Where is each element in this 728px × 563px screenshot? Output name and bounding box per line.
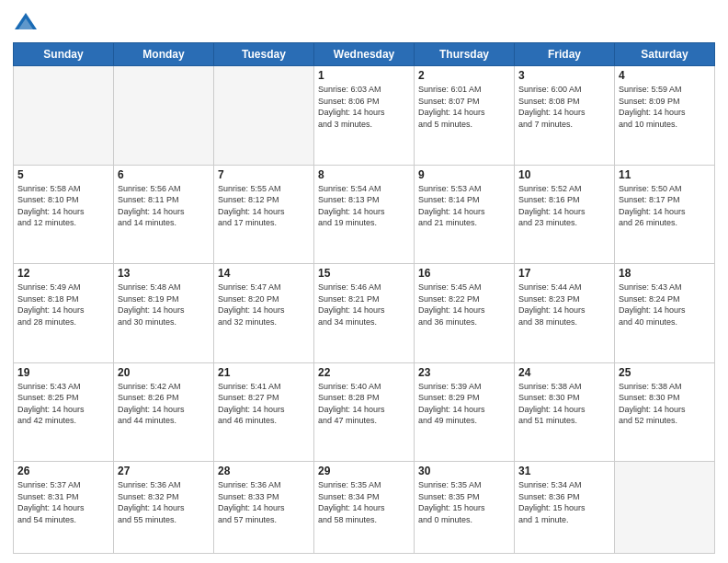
day-number: 29 [318,465,410,477]
day-number: 30 [418,465,510,477]
calendar-cell [214,66,314,166]
calendar-cell: 9Sunrise: 5:53 AM Sunset: 8:14 PM Daylig… [415,165,515,264]
calendar-cell: 26Sunrise: 5:37 AM Sunset: 8:31 PM Dayli… [14,462,114,554]
day-number: 9 [418,168,510,181]
day-number: 27 [118,465,210,477]
day-info: Sunrise: 5:35 AM Sunset: 8:34 PM Dayligh… [318,479,410,525]
weekday-header-row: SundayMondayTuesdayWednesdayThursdayFrid… [14,43,715,66]
calendar-cell: 13Sunrise: 5:48 AM Sunset: 8:19 PM Dayli… [114,264,214,363]
day-number: 22 [318,366,410,379]
calendar-cell: 12Sunrise: 5:49 AM Sunset: 8:18 PM Dayli… [14,264,114,363]
weekday-header-friday: Friday [515,43,615,66]
day-number: 10 [518,168,610,181]
calendar-cell: 21Sunrise: 5:41 AM Sunset: 8:27 PM Dayli… [214,362,314,462]
day-number: 6 [118,168,210,181]
calendar-cell: 6Sunrise: 5:56 AM Sunset: 8:11 PM Daylig… [114,165,214,264]
calendar-cell: 17Sunrise: 5:44 AM Sunset: 8:23 PM Dayli… [515,264,615,363]
calendar-cell: 1Sunrise: 6:03 AM Sunset: 8:06 PM Daylig… [314,66,415,166]
day-info: Sunrise: 5:47 AM Sunset: 8:20 PM Dayligh… [218,282,310,327]
day-number: 19 [17,366,109,379]
day-number: 5 [17,168,109,181]
calendar-cell: 20Sunrise: 5:42 AM Sunset: 8:26 PM Dayli… [114,362,214,462]
calendar-cell [615,462,715,554]
calendar-cell: 4Sunrise: 5:59 AM Sunset: 8:09 PM Daylig… [615,66,715,166]
day-number: 14 [218,267,310,280]
day-info: Sunrise: 5:37 AM Sunset: 8:31 PM Dayligh… [17,479,109,525]
calendar-cell: 5Sunrise: 5:58 AM Sunset: 8:10 PM Daylig… [14,165,114,264]
calendar-cell: 30Sunrise: 5:35 AM Sunset: 8:35 PM Dayli… [415,462,515,554]
day-info: Sunrise: 5:35 AM Sunset: 8:35 PM Dayligh… [418,479,510,525]
day-info: Sunrise: 5:38 AM Sunset: 8:30 PM Dayligh… [619,381,711,427]
day-info: Sunrise: 5:38 AM Sunset: 8:30 PM Dayligh… [518,381,610,427]
day-info: Sunrise: 5:39 AM Sunset: 8:29 PM Dayligh… [418,381,510,427]
day-info: Sunrise: 6:03 AM Sunset: 8:06 PM Dayligh… [318,84,410,130]
day-number: 8 [318,168,410,181]
week-row-3: 12Sunrise: 5:49 AM Sunset: 8:18 PM Dayli… [14,264,715,363]
day-number: 7 [218,168,310,181]
calendar-cell: 29Sunrise: 5:35 AM Sunset: 8:34 PM Dayli… [314,462,415,554]
calendar-cell: 10Sunrise: 5:52 AM Sunset: 8:16 PM Dayli… [515,165,615,264]
calendar-cell: 25Sunrise: 5:38 AM Sunset: 8:30 PM Dayli… [615,362,715,462]
day-number: 21 [218,366,310,379]
day-number: 23 [418,366,510,379]
calendar-cell: 28Sunrise: 5:36 AM Sunset: 8:33 PM Dayli… [214,462,314,554]
day-number: 25 [619,366,711,379]
day-info: Sunrise: 5:36 AM Sunset: 8:33 PM Dayligh… [218,479,310,525]
calendar-cell [114,66,214,166]
day-number: 11 [619,168,711,181]
day-info: Sunrise: 5:56 AM Sunset: 8:11 PM Dayligh… [118,183,210,229]
calendar-table: SundayMondayTuesdayWednesdayThursdayFrid… [13,42,715,554]
calendar-cell: 22Sunrise: 5:40 AM Sunset: 8:28 PM Dayli… [314,362,415,462]
day-info: Sunrise: 5:45 AM Sunset: 8:22 PM Dayligh… [418,282,510,327]
day-info: Sunrise: 5:48 AM Sunset: 8:19 PM Dayligh… [118,282,210,327]
week-row-1: 1Sunrise: 6:03 AM Sunset: 8:06 PM Daylig… [14,66,715,166]
day-number: 3 [518,69,610,82]
day-number: 20 [118,366,210,379]
day-number: 26 [17,465,109,477]
calendar-cell: 11Sunrise: 5:50 AM Sunset: 8:17 PM Dayli… [615,165,715,264]
weekday-header-saturday: Saturday [615,43,715,66]
calendar-cell: 19Sunrise: 5:43 AM Sunset: 8:25 PM Dayli… [14,362,114,462]
week-row-2: 5Sunrise: 5:58 AM Sunset: 8:10 PM Daylig… [14,165,715,264]
calendar-cell: 14Sunrise: 5:47 AM Sunset: 8:20 PM Dayli… [214,264,314,363]
calendar-cell: 24Sunrise: 5:38 AM Sunset: 8:30 PM Dayli… [515,362,615,462]
day-info: Sunrise: 5:34 AM Sunset: 8:36 PM Dayligh… [518,479,610,525]
day-info: Sunrise: 6:01 AM Sunset: 8:07 PM Dayligh… [418,84,510,130]
calendar-cell: 18Sunrise: 5:43 AM Sunset: 8:24 PM Dayli… [615,264,715,363]
day-info: Sunrise: 5:43 AM Sunset: 8:25 PM Dayligh… [17,381,109,427]
day-number: 1 [318,69,410,82]
day-info: Sunrise: 5:59 AM Sunset: 8:09 PM Dayligh… [619,84,711,130]
calendar-cell: 3Sunrise: 6:00 AM Sunset: 8:08 PM Daylig… [515,66,615,166]
day-info: Sunrise: 5:49 AM Sunset: 8:18 PM Dayligh… [17,282,109,327]
day-number: 24 [518,366,610,379]
day-number: 13 [118,267,210,280]
day-number: 16 [418,267,510,280]
day-number: 4 [619,69,711,82]
day-number: 18 [619,267,711,280]
calendar-cell: 31Sunrise: 5:34 AM Sunset: 8:36 PM Dayli… [515,462,615,554]
day-info: Sunrise: 5:50 AM Sunset: 8:17 PM Dayligh… [619,183,711,229]
weekday-header-tuesday: Tuesday [214,43,314,66]
day-info: Sunrise: 5:36 AM Sunset: 8:32 PM Dayligh… [118,479,210,525]
day-info: Sunrise: 5:53 AM Sunset: 8:14 PM Dayligh… [418,183,510,229]
day-number: 17 [518,267,610,280]
calendar-cell: 23Sunrise: 5:39 AM Sunset: 8:29 PM Dayli… [415,362,515,462]
day-info: Sunrise: 5:43 AM Sunset: 8:24 PM Dayligh… [619,282,711,327]
weekday-header-thursday: Thursday [415,43,515,66]
day-number: 12 [17,267,109,280]
day-info: Sunrise: 5:46 AM Sunset: 8:21 PM Dayligh… [318,282,410,327]
weekday-header-sunday: Sunday [14,43,114,66]
calendar-cell: 16Sunrise: 5:45 AM Sunset: 8:22 PM Dayli… [415,264,515,363]
day-info: Sunrise: 5:40 AM Sunset: 8:28 PM Dayligh… [318,381,410,427]
calendar-cell: 27Sunrise: 5:36 AM Sunset: 8:32 PM Dayli… [114,462,214,554]
day-number: 2 [418,69,510,82]
logo [13,11,42,37]
weekday-header-wednesday: Wednesday [314,43,415,66]
week-row-5: 26Sunrise: 5:37 AM Sunset: 8:31 PM Dayli… [14,462,715,554]
week-row-4: 19Sunrise: 5:43 AM Sunset: 8:25 PM Dayli… [14,362,715,462]
header [13,11,715,37]
day-info: Sunrise: 5:44 AM Sunset: 8:23 PM Dayligh… [518,282,610,327]
day-number: 15 [318,267,410,280]
weekday-header-monday: Monday [114,43,214,66]
day-info: Sunrise: 5:58 AM Sunset: 8:10 PM Dayligh… [17,183,109,229]
